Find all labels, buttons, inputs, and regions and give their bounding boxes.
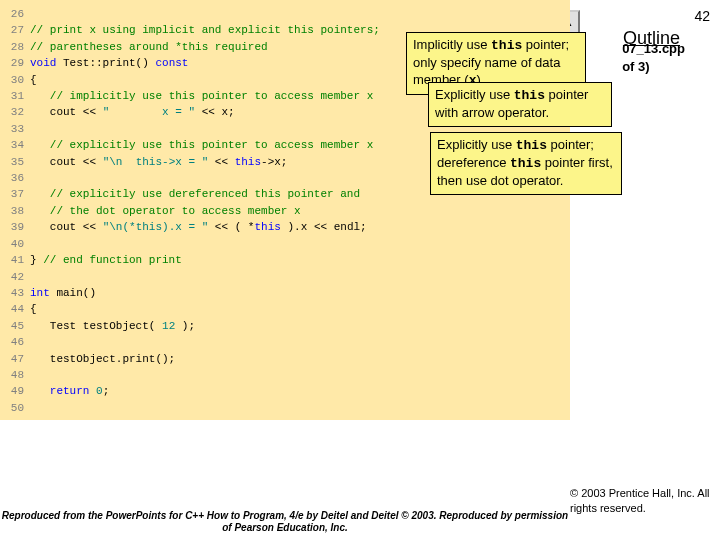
code-line: 48 [0,367,570,383]
code-line: 43int main() [0,285,570,301]
callout-box: Explicitly use this pointer; dereference… [430,132,622,195]
code-line: 45 Test testObject( 12 ); [0,318,570,334]
code-line: 40 [0,236,570,252]
code-line: 49 return 0; [0,383,570,399]
file-info: 07_13.cpp of 3) [622,40,685,76]
code-line: 39 cout << "\n(*this).x = " << ( *this )… [0,219,570,235]
code-line: 41} // end function print [0,252,570,268]
callout-box: Explicitly use this pointer with arrow o… [428,82,612,127]
code-line: 42 [0,269,570,285]
code-line: 38 // the dot operator to access member … [0,203,570,219]
page-number: 42 [694,8,710,24]
code-line: 46 [0,334,570,350]
copyright: © 2003 Prentice Hall, Inc. All rights re… [570,486,710,515]
code-line: 47 testObject.print(); [0,351,570,367]
code-line: 26 [0,6,570,22]
code-line: 44{ [0,301,570,317]
code-line: 50 [0,400,570,416]
reproduction-notice: Reproduced from the PowerPoints for C++ … [0,510,570,534]
